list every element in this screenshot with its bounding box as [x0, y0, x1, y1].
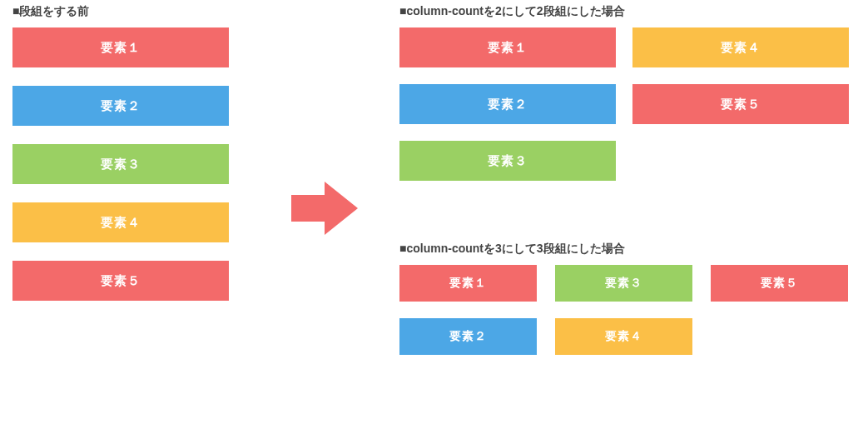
- two-col-panel: ■column-countを2にして2段組にした場合 要素１ 要素２ 要素３ 要…: [399, 4, 849, 181]
- before-e1: 要素１: [12, 27, 229, 67]
- arrow-wrap: [291, 179, 358, 241]
- three-col-e5: 要素５: [711, 265, 848, 302]
- label-before: ■段組をする前: [12, 4, 246, 19]
- three-col-c2: 要素３ 要素４: [555, 265, 692, 355]
- three-col-panel: ■column-countを3にして3段組にした場合 要素１ 要素２ 要素３ 要…: [399, 242, 849, 355]
- before-e4: 要素４: [12, 202, 229, 242]
- two-col-grid: 要素１ 要素２ 要素３ 要素４ 要素５: [399, 27, 849, 181]
- three-col-c3: 要素５: [711, 265, 848, 355]
- two-col-e1: 要素１: [399, 27, 616, 67]
- three-col-e2: 要素２: [399, 318, 537, 355]
- before-e2: 要素２: [12, 86, 229, 126]
- label-three-col: ■column-countを3にして3段組にした場合: [399, 242, 849, 257]
- two-col-c1: 要素１ 要素２ 要素３: [399, 27, 616, 181]
- arrow-right-icon: [291, 179, 358, 237]
- before-e5: 要素５: [12, 261, 229, 301]
- svg-marker-0: [291, 182, 358, 235]
- three-col-e3: 要素３: [555, 265, 692, 302]
- three-col-grid: 要素１ 要素２ 要素３ 要素４ 要素５: [399, 265, 849, 355]
- before-panel: ■段組をする前 要素１ 要素２ 要素３ 要素４ 要素５: [12, 4, 246, 319]
- two-col-e5: 要素５: [632, 84, 849, 124]
- three-col-c1: 要素１ 要素２: [399, 265, 537, 355]
- two-col-e3: 要素３: [399, 141, 616, 181]
- two-col-e4: 要素４: [632, 27, 849, 67]
- two-col-c2: 要素４ 要素５: [632, 27, 849, 181]
- three-col-e1: 要素１: [399, 265, 537, 302]
- three-col-e4: 要素４: [555, 318, 692, 355]
- two-col-e2: 要素２: [399, 84, 616, 124]
- label-two-col: ■column-countを2にして2段組にした場合: [399, 4, 849, 19]
- before-e3: 要素３: [12, 144, 229, 184]
